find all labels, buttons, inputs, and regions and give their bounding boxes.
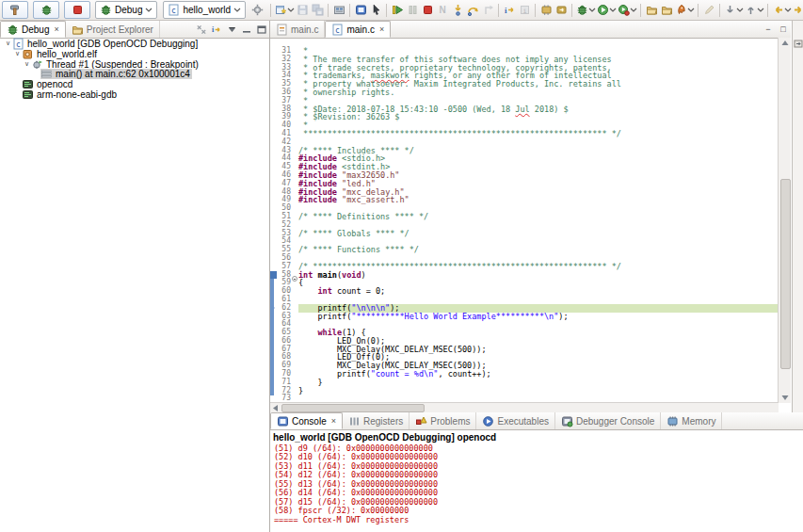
console-tab-icon xyxy=(277,415,289,427)
disconnect-icon: N xyxy=(435,2,450,19)
toolbar-separator xyxy=(640,4,641,17)
console-tab-debugger-console[interactable]: Debugger Console xyxy=(555,412,661,429)
c-file-icon: c xyxy=(168,4,180,16)
restart-icon[interactable]: i xyxy=(502,2,517,19)
cursor-icon[interactable] xyxy=(368,2,383,19)
chevron-down-icon xyxy=(233,7,241,13)
gear-icon[interactable] xyxy=(251,4,264,16)
toolbar-separator xyxy=(535,4,536,17)
editor-tab-main-c-1[interactable]: main.c xyxy=(270,21,325,38)
code-line-70: 70 printf("count = %d\n", count++); xyxy=(270,370,779,379)
scroll-down-icon[interactable] xyxy=(779,393,791,403)
code-editor[interactable]: 31 *32 * The mere transfer of this softw… xyxy=(270,38,779,403)
bug-icon[interactable] xyxy=(575,2,596,19)
console-blue-icon[interactable] xyxy=(353,2,368,19)
open-folder-icon[interactable] xyxy=(644,2,659,19)
build-button[interactable] xyxy=(2,1,28,19)
project-combo[interactable]: c hello_world xyxy=(163,1,246,19)
debug-range-indicator xyxy=(270,271,274,395)
forward-icon[interactable] xyxy=(792,2,803,19)
terminate-icon[interactable] xyxy=(420,2,435,19)
console-line: ===== Cortex-M DWT registers xyxy=(274,516,803,524)
debug-tree-row[interactable]: main() at main.c:62 0x100001c4 xyxy=(0,69,269,79)
next-annotation-icon[interactable] xyxy=(723,2,744,19)
tree-item-label: hello_world.elf xyxy=(35,49,99,59)
code-text: /* **** Globals **** */ xyxy=(298,230,779,238)
annotation-margin xyxy=(270,64,277,73)
bug-icon xyxy=(100,4,112,16)
console-output[interactable]: (51) d9 (/64): 0x0000000000000000(52) d1… xyxy=(270,444,803,524)
console-description: hello_world [GDB OpenOCD Debugging] open… xyxy=(270,430,803,444)
instr-step-icon: i xyxy=(517,2,532,19)
scrollbar-thumb[interactable] xyxy=(281,404,425,412)
console-tabbar: Console×RegistersProblemsExecutablesDebu… xyxy=(270,412,803,430)
annotation-margin xyxy=(270,180,277,188)
toolbar-separator xyxy=(719,4,720,17)
toolbar-separator xyxy=(698,4,699,17)
console-tab-registers[interactable]: Registers xyxy=(343,412,410,429)
tree-expander-icon[interactable]: ∨ xyxy=(4,40,12,47)
console-tab-console[interactable]: Console× xyxy=(270,412,343,429)
code-line-71: 71 } xyxy=(270,379,779,387)
close-icon[interactable]: × xyxy=(54,24,58,34)
reset2-icon[interactable] xyxy=(554,2,569,19)
back-icon[interactable] xyxy=(771,2,792,19)
code-line-39: 39 * $Revision: 36263 $ xyxy=(270,113,779,121)
svg-text:N: N xyxy=(439,5,445,15)
profile-icon[interactable] xyxy=(617,2,637,19)
console-tab-label: Registers xyxy=(363,416,403,427)
restore-view-icon[interactable] xyxy=(794,40,803,49)
step-over-icon[interactable] xyxy=(465,2,480,19)
debug-tree-row[interactable]: ∨chello_world [GDB OpenOCD Debugging] xyxy=(0,39,269,49)
save-icon xyxy=(295,2,310,19)
annotation-margin xyxy=(270,221,277,230)
run-icon[interactable] xyxy=(596,2,617,19)
annotation-margin xyxy=(270,188,277,197)
debug-launch-button[interactable] xyxy=(33,1,59,19)
code-text: printf("count = %d\n", count++); xyxy=(298,370,779,379)
scroll-up-icon[interactable] xyxy=(779,38,791,48)
open-folder-icon[interactable] xyxy=(659,2,674,19)
step-into-icon[interactable] xyxy=(450,2,465,19)
restart-icon[interactable]: i xyxy=(211,24,222,35)
console-tab-memory[interactable]: Memory xyxy=(661,412,722,429)
scrollbar-thumb[interactable] xyxy=(780,179,791,369)
code-line-51: 51/* **** Definitions **** */ xyxy=(270,213,779,221)
console-tab-problems[interactable]: Problems xyxy=(410,412,476,429)
debug-view-tabbar: Debug × Project Explorer i xyxy=(0,21,269,39)
maximize-icon[interactable]: □ xyxy=(778,24,789,35)
code-text: #include "mxc_assert.h" xyxy=(298,196,779,204)
scroll-left-icon[interactable] xyxy=(270,403,281,412)
build-icon[interactable] xyxy=(331,2,346,19)
panel-divider[interactable] xyxy=(269,21,270,532)
tree-expander-icon[interactable]: ∨ xyxy=(23,60,31,68)
tab-project-explorer[interactable]: Project Explorer xyxy=(66,21,160,38)
annotation-margin xyxy=(270,213,277,221)
minimize-icon[interactable]: − xyxy=(763,24,774,35)
prev-annotation-icon[interactable] xyxy=(744,2,764,19)
remove-terminated-icon[interactable] xyxy=(196,24,207,35)
view-menu-icon[interactable] xyxy=(226,24,237,35)
external-tools-icon[interactable] xyxy=(674,2,695,19)
problems-icon xyxy=(415,415,427,427)
editor-tab-main-c-2[interactable]: c main.c × xyxy=(325,21,391,38)
editor-horizontal-scrollbar[interactable] xyxy=(270,402,779,412)
tree-expander-icon[interactable]: ∨ xyxy=(13,50,22,57)
close-icon[interactable]: × xyxy=(379,24,384,34)
debug-tree-row[interactable]: arm-none-eabi-gdb xyxy=(0,89,269,100)
stop-button[interactable] xyxy=(64,1,90,19)
tab-project-explorer-label: Project Explorer xyxy=(87,24,153,35)
resume-icon[interactable] xyxy=(390,2,405,19)
debug-tree-row[interactable]: openocd xyxy=(0,79,269,89)
editor-vertical-scrollbar[interactable] xyxy=(778,38,791,403)
maximize-icon[interactable] xyxy=(256,24,267,35)
console-tab-executables[interactable]: Executables xyxy=(476,412,554,429)
annotation-margin xyxy=(270,138,277,147)
reset-icon[interactable] xyxy=(538,2,554,19)
tab-debug[interactable]: Debug × xyxy=(0,21,66,38)
new-wizard-icon[interactable] xyxy=(274,2,295,19)
debug-config-combo[interactable]: Debug xyxy=(95,1,157,19)
close-icon[interactable]: × xyxy=(331,416,336,426)
minimize-icon[interactable] xyxy=(241,24,252,35)
annotation-margin xyxy=(270,230,277,238)
